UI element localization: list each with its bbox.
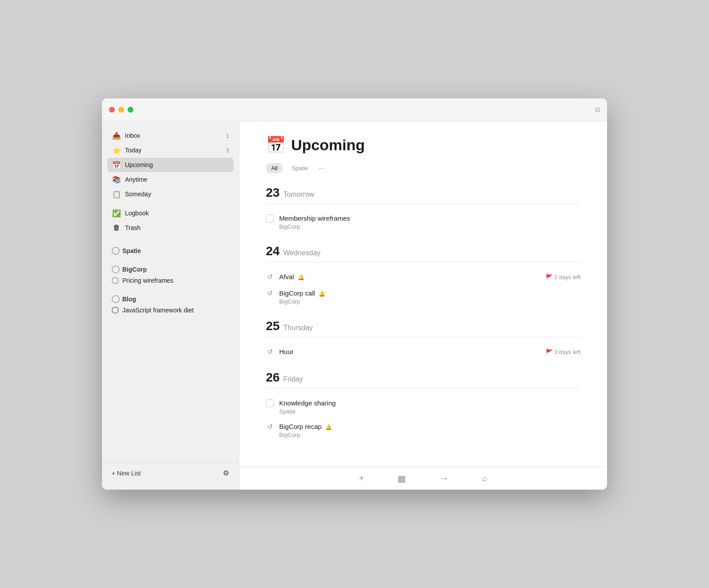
day-section-24: 24 Wednesday ↺ Afval 🔔 🚩 <box>266 244 580 308</box>
task-subtitle-knowledge: Spatie <box>279 408 580 415</box>
content-area: 📥 Inbox 1 ⭐ Today 3 📅 Upcoming 📚 Anytime <box>102 121 607 490</box>
day-name-tomorrow: Tomorrow <box>283 191 314 199</box>
task-checkbox-knowledge[interactable] <box>266 399 274 407</box>
day-section-26: 26 Friday Knowledge sharing Spatie ↺ <box>266 370 580 442</box>
flag-icon-huur: 🚩 <box>545 349 553 355</box>
area-bigcorp[interactable]: BigCorp <box>107 261 234 275</box>
day-name-wednesday: Wednesday <box>283 249 320 257</box>
add-task-button[interactable]: + <box>355 470 368 487</box>
calendar-icon: ▦ <box>397 474 406 483</box>
task-title-afval: Afval 🔔 <box>279 272 540 281</box>
today-label: Today <box>125 147 226 154</box>
day-section-25: 25 Thursday ↺ Huur 🚩 3 days left <box>266 319 580 360</box>
today-count: 3 <box>226 147 229 154</box>
project-pricing-label: Pricing wireframes <box>122 277 173 284</box>
blog-area-label: Blog <box>122 296 136 303</box>
bell-icon-recap: 🔔 <box>325 424 332 430</box>
blog-area-icon <box>112 295 120 303</box>
main-panel: 📅 Upcoming All Spatie ··· 23 Tomorrow <box>239 121 607 490</box>
inbox-label: Inbox <box>125 132 226 139</box>
filter-tab-spatie[interactable]: Spatie <box>286 163 313 173</box>
upcoming-icon: 📅 <box>112 160 121 170</box>
bigcorp-area-icon <box>112 265 120 273</box>
minimize-button[interactable] <box>118 107 124 113</box>
task-afval[interactable]: ↺ Afval 🔔 🚩 2 days left <box>266 269 580 285</box>
task-checkbox[interactable] <box>266 214 274 222</box>
sidebar: 📥 Inbox 1 ⭐ Today 3 📅 Upcoming 📚 Anytime <box>102 121 239 490</box>
spatie-area-label: Spatie <box>122 247 141 254</box>
project-js-label: JavaScript framework diet <box>122 307 194 314</box>
window-control-icon: ⧉ <box>595 106 600 114</box>
search-button[interactable]: ⌕ <box>479 470 491 487</box>
upcoming-label: Upcoming <box>125 161 229 168</box>
app-window: ⧉ 📥 Inbox 1 ⭐ Today 3 📅 Upcoming <box>102 98 607 490</box>
task-title-recap: BigCorp recap 🔔 <box>279 422 580 431</box>
task-subtitle: BigCorp <box>279 223 580 230</box>
day-number-23: 23 <box>266 186 280 200</box>
task-meta-afval: 🚩 2 days left <box>545 274 580 280</box>
calendar-view-button[interactable]: ▦ <box>394 470 409 487</box>
day-name-friday: Friday <box>283 375 303 383</box>
task-info-knowledge: Knowledge sharing Spatie <box>279 398 580 415</box>
page-title: Upcoming <box>291 136 365 154</box>
filter-settings-icon[interactable]: ⚙ <box>223 469 229 477</box>
filter-tabs: All Spatie ··· <box>266 163 580 173</box>
bell-icon-bigcorp: 🔔 <box>319 291 325 297</box>
filter-more-icon[interactable]: ··· <box>319 164 324 172</box>
trash-label: Trash <box>125 224 229 231</box>
area-spatie[interactable]: Spatie <box>107 242 234 257</box>
task-knowledge-sharing[interactable]: Knowledge sharing Spatie <box>266 395 580 418</box>
task-membership-wireframes[interactable]: Membership wireframes BigCorp <box>266 210 580 234</box>
task-title-huur: Huur <box>279 347 540 356</box>
sidebar-nav: 📥 Inbox 1 ⭐ Today 3 📅 Upcoming 📚 Anytime <box>102 129 239 463</box>
filter-tab-all[interactable]: All <box>266 163 283 173</box>
sidebar-item-trash[interactable]: 🗑 Trash <box>107 221 234 235</box>
sidebar-item-inbox[interactable]: 📥 Inbox 1 <box>107 129 234 143</box>
inbox-count: 1 <box>226 132 229 139</box>
flag-icon: 🚩 <box>545 274 553 280</box>
task-info-recap: BigCorp recap 🔔 BigCorp <box>279 422 580 438</box>
task-meta-huur: 🚩 3 days left <box>545 349 580 355</box>
area-blog[interactable]: Blog <box>107 291 234 305</box>
bell-icon: 🔔 <box>298 274 304 280</box>
forward-button[interactable]: → <box>436 470 452 487</box>
task-bigcorp-recap[interactable]: ↺ BigCorp recap 🔔 BigCorp <box>266 418 580 442</box>
maximize-button[interactable] <box>128 107 133 113</box>
anytime-icon: 📚 <box>112 175 121 184</box>
new-list-button[interactable]: + New List <box>112 470 141 477</box>
day-header-24: 24 Wednesday <box>266 244 580 262</box>
sidebar-item-pricing-wireframes[interactable]: Pricing wireframes <box>107 275 234 286</box>
add-icon: + <box>359 473 364 483</box>
day-name-thursday: Thursday <box>283 324 313 332</box>
someday-label: Someday <box>125 191 229 198</box>
inbox-icon: 📥 <box>112 131 121 140</box>
logbook-label: Logbook <box>125 210 229 217</box>
task-title: Membership wireframes <box>279 214 580 223</box>
sidebar-item-anytime[interactable]: 📚 Anytime <box>107 172 234 187</box>
project-dot-icon <box>112 277 119 284</box>
recurring-icon-recap: ↺ <box>266 423 274 431</box>
spatie-area-icon <box>112 247 120 255</box>
day-header-25: 25 Thursday <box>266 319 580 337</box>
sidebar-item-today[interactable]: ⭐ Today 3 <box>107 143 234 157</box>
sidebar-item-js-framework[interactable]: JavaScript framework diet <box>107 305 234 315</box>
sidebar-item-logbook[interactable]: ✅ Logbook <box>107 206 234 220</box>
recurring-icon-bigcorp: ↺ <box>266 289 274 297</box>
someday-icon: 📋 <box>112 189 121 199</box>
trash-icon: 🗑 <box>112 223 121 233</box>
close-button[interactable] <box>109 107 115 113</box>
sidebar-item-someday[interactable]: 📋 Someday <box>107 187 234 201</box>
task-info-bigcorp-call: BigCorp call 🔔 BigCorp <box>279 288 580 305</box>
sidebar-footer: + New List ⚙ <box>102 463 239 483</box>
task-bigcorp-call[interactable]: ↺ BigCorp call 🔔 BigCorp <box>266 285 580 308</box>
task-subtitle-bigcorp-call: BigCorp <box>279 298 580 305</box>
day-header-23: 23 Tomorrow <box>266 186 580 204</box>
today-icon: ⭐ <box>112 145 121 155</box>
day-number-25: 25 <box>266 319 280 333</box>
task-info-huur: Huur <box>279 347 540 356</box>
task-days-left: 2 days left <box>554 274 580 280</box>
sidebar-item-upcoming[interactable]: 📅 Upcoming <box>107 158 234 172</box>
task-title-knowledge: Knowledge sharing <box>279 398 580 408</box>
task-huur[interactable]: ↺ Huur 🚩 3 days left <box>266 343 580 360</box>
project-dot-blog-icon <box>112 307 119 314</box>
